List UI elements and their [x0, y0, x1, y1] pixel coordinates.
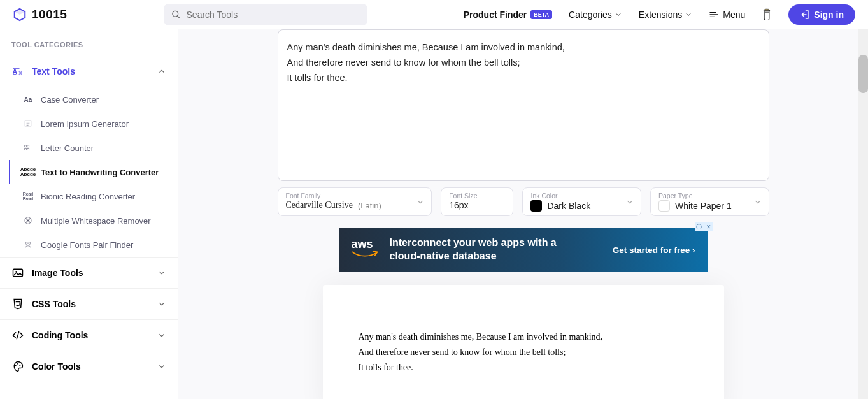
scrollbar-thumb[interactable]: [858, 55, 868, 93]
ad-headline: Interconnect your web apps with a cloud-…: [390, 236, 562, 263]
sidebar-title: TOOL CATEGORIES: [0, 29, 178, 56]
logo[interactable]: 10015: [13, 8, 67, 22]
signin-icon: [800, 10, 810, 20]
controls-row: Font Family Cedarville Cursive (Latin) F…: [278, 187, 769, 216]
svg-point-15: [19, 365, 20, 366]
paper-type-select[interactable]: Paper Type White Paper 1: [650, 187, 769, 216]
product-finder-link[interactable]: Product Finder BETA: [464, 10, 552, 20]
svg-rect-6: [25, 149, 27, 150]
coding-tools-icon: [11, 329, 24, 342]
chevron-down-icon: [416, 198, 425, 207]
ad-info-icon[interactable]: ⓘ: [695, 222, 704, 231]
sub-label: Multiple Whitespace Remover: [41, 216, 151, 226]
category-label: Text Tools: [32, 66, 150, 76]
font-size-select[interactable]: Font Size 16px: [441, 187, 513, 216]
font-size-value: 16px: [449, 200, 505, 210]
sub-label: Lorem Ipsum Generator: [41, 119, 129, 129]
ink-color-select[interactable]: Ink Color Dark Black: [522, 187, 641, 216]
chevron-down-icon: [157, 331, 166, 340]
sidebar-item-bionic-reading[interactable]: ReadReadBionic Reading Converter: [9, 184, 178, 208]
control-label: Paper Type: [658, 192, 761, 200]
sidebar-item-case-converter[interactable]: AaCase Converter: [9, 87, 178, 112]
sidebar-category-image-tools[interactable]: Image Tools: [0, 258, 178, 289]
ad-banner[interactable]: ⓘ ✕ aws Interconnect your web apps with …: [339, 228, 708, 272]
page-scrollbar[interactable]: [858, 29, 868, 399]
sidebar-category-coding-tools[interactable]: Coding Tools: [0, 320, 178, 351]
font-family-select[interactable]: Font Family Cedarville Cursive (Latin): [278, 187, 432, 216]
menu-icon: [709, 10, 719, 20]
lorem-ipsum-icon: [23, 119, 33, 129]
svg-point-14: [17, 363, 18, 365]
ad-close-icon[interactable]: ✕: [704, 222, 713, 231]
chevron-down-icon: [615, 11, 622, 18]
sidebar: TOOL CATEGORIES A Text Tools AaCase Conv…: [0, 29, 178, 399]
svg-point-13: [15, 365, 17, 366]
control-label: Font Family: [286, 192, 424, 200]
paper-type-value: White Paper 1: [675, 201, 732, 211]
ad-cta[interactable]: Get started for free ›: [613, 245, 695, 255]
handwriting-preview: Any man's death diminishes me, Because I…: [323, 285, 724, 399]
sub-label: Google Fonts Pair Finder: [41, 240, 133, 250]
chevron-down-icon: [157, 268, 166, 277]
logo-text: 10015: [32, 8, 67, 22]
logo-icon: [13, 8, 27, 22]
sub-label: Text to Handwriting Converter: [41, 168, 159, 177]
chevron-down-icon: [753, 198, 762, 207]
sidebar-category-text-tools[interactable]: A Text Tools: [0, 56, 178, 87]
extensions-link[interactable]: Extensions: [639, 10, 692, 20]
font-family-suffix: (Latin): [358, 201, 381, 210]
tip-jar-icon[interactable]: [762, 8, 772, 21]
product-finder-label: Product Finder: [464, 10, 527, 20]
sidebar-item-whitespace-remover[interactable]: Multiple Whitespace Remover: [9, 208, 178, 233]
svg-point-9: [25, 242, 28, 245]
ink-color-swatch: [530, 200, 542, 212]
chevron-down-icon: [685, 11, 692, 18]
chevron-down-icon: [625, 198, 634, 207]
beta-badge: BETA: [530, 10, 552, 19]
aws-logo: aws: [352, 238, 378, 263]
preview-line: Any man's death diminishes me, Because I…: [359, 330, 692, 345]
search-input[interactable]: [164, 4, 367, 25]
category-label: Image Tools: [32, 268, 150, 278]
svg-text:A: A: [13, 68, 17, 75]
svg-rect-11: [13, 269, 23, 277]
sidebar-category-color-tools[interactable]: Color Tools: [0, 351, 178, 382]
whitespace-icon: [23, 215, 33, 226]
sub-label: Case Converter: [41, 95, 99, 105]
preview-line: It tolls for thee.: [359, 360, 692, 375]
header: 10015 Product Finder BETA Categories Ext…: [0, 0, 868, 29]
sidebar-item-google-fonts-pair[interactable]: Google Fonts Pair Finder: [9, 233, 178, 257]
categories-label: Categories: [569, 10, 612, 20]
input-textarea[interactable]: Any man's death diminishes me, Because I…: [278, 29, 769, 181]
control-label: Ink Color: [530, 192, 633, 200]
sidebar-item-text-to-handwriting[interactable]: AbcdeAbcdeText to Handwriting Converter: [9, 160, 178, 184]
ink-color-value: Dark Black: [547, 201, 590, 211]
categories-link[interactable]: Categories: [569, 10, 622, 20]
text-tools-sublist: AaCase Converter Lorem Ipsum Generator L…: [0, 87, 178, 258]
search-wrap: [164, 4, 367, 25]
sub-label: Letter Counter: [41, 143, 94, 153]
category-label: CSS Tools: [32, 299, 150, 309]
ad-badges: ⓘ ✕: [695, 222, 713, 231]
sidebar-item-letter-counter[interactable]: Letter Counter: [9, 136, 178, 160]
control-label: Font Size: [449, 192, 505, 200]
nav-right: Product Finder BETA Categories Extension…: [464, 4, 855, 25]
sidebar-category-css-tools[interactable]: CSS Tools: [0, 289, 178, 320]
chevron-up-icon: [157, 67, 166, 76]
search-icon: [171, 10, 181, 19]
signin-label: Sign in: [814, 10, 844, 20]
chevron-down-icon: [157, 300, 166, 308]
category-label: Color Tools: [32, 361, 150, 372]
sub-label: Bionic Reading Converter: [41, 192, 135, 201]
signin-button[interactable]: Sign in: [788, 4, 855, 25]
letter-counter-icon: [23, 143, 33, 153]
svg-rect-5: [27, 145, 29, 147]
svg-rect-7: [27, 149, 29, 150]
sidebar-item-lorem-ipsum[interactable]: Lorem Ipsum Generator: [9, 112, 178, 136]
bionic-reading-icon: ReadRead: [23, 191, 33, 201]
svg-rect-4: [25, 145, 27, 147]
input-line: It tolls for thee.: [287, 71, 760, 86]
fonts-pair-icon: [23, 240, 33, 250]
handwriting-icon: AbcdeAbcde: [23, 167, 33, 177]
menu-button[interactable]: Menu: [709, 10, 745, 20]
